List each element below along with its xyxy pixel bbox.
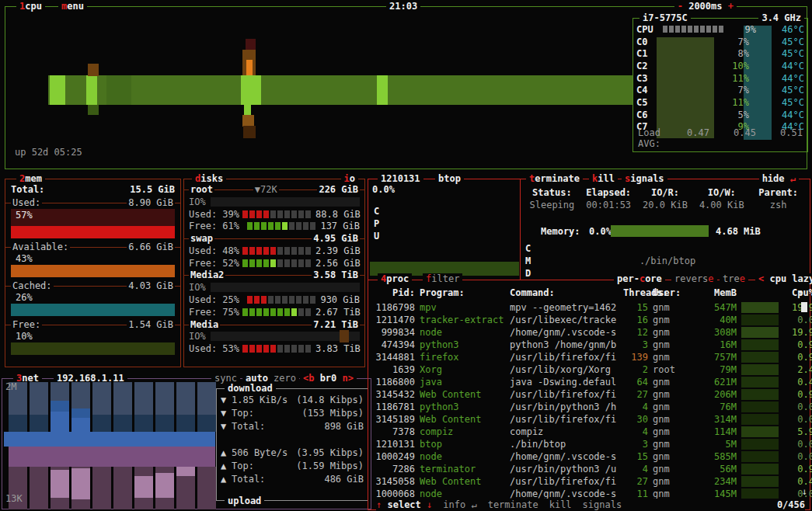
net-download-column [51, 382, 69, 432]
net-download-column [155, 382, 174, 432]
mem-stat-row: Available:6.66 GiB [11, 241, 175, 253]
process-row[interactable]: 1211470tracker-extract/usr/libexec/track… [368, 314, 803, 326]
cpu-mini-graph [741, 476, 779, 487]
mem-pct-label: 43% [11, 253, 175, 265]
cpu-mini-graph [741, 402, 779, 412]
net-graph-strip [9, 447, 215, 467]
disks-panel: disks io root▼72K226 GiBIO%Used: 39%88.8… [183, 179, 365, 367]
disk-meter-row: Used: 25%930 GiB [189, 294, 360, 306]
uptime: up 52d 05:25 [15, 147, 82, 158]
net-zero-toggle[interactable]: zero [270, 373, 299, 384]
mem-free-bar [11, 342, 175, 355]
net-upload-column [113, 467, 132, 509]
process-row[interactable]: 3144881firefox/usr/lib/firefox/fi139gnm7… [368, 351, 803, 363]
disks-io-toggle[interactable]: io [341, 173, 358, 184]
proc-table-header[interactable]: Pid: Program: Command: Threads: User: Me… [368, 287, 803, 299]
mem-pct-label: 26% [11, 292, 175, 304]
per-core-toggle[interactable]: per-core [614, 273, 665, 284]
cpu-mini-graph [741, 464, 779, 474]
hide-button[interactable]: hide ↵ [759, 173, 799, 184]
sort-direction-icon[interactable]: ↑ [798, 287, 803, 298]
process-row[interactable]: 7378compizcompiz4gnm114M5.9 [368, 426, 803, 438]
process-row[interactable]: 1210131btop./bin/btop3gnm5M0.0 [368, 438, 803, 450]
cpu-mini-graph [741, 302, 779, 313]
terminate-footer-button[interactable]: terminate [488, 499, 538, 510]
kill-button[interactable]: kill [589, 173, 618, 184]
scroll-down-icon[interactable]: ↓ [802, 486, 807, 497]
kill-footer-button[interactable]: kill [549, 499, 572, 510]
disk-meter-row: Free: 61%137 GiB [189, 220, 360, 232]
scrollbar-thumb[interactable] [801, 302, 807, 312]
cpu-graph-segment [86, 75, 97, 105]
cpu-model: i7-5775C [639, 12, 691, 23]
mem-stat-row: Free:1.54 GiB [11, 318, 175, 331]
process-row[interactable]: 3145432Web Content/usr/lib/firefox/fi27g… [368, 388, 803, 401]
detail-cpu-letter-c: C [374, 206, 379, 217]
sort-prev-icon[interactable]: < [758, 273, 764, 284]
cpu-graph-segment [48, 75, 633, 105]
detail-cmd-letter-d: D [525, 268, 531, 279]
net-auto-toggle[interactable]: auto [242, 373, 271, 384]
cpu-panel: 1cpu menu 21:03 - 2000ms + up 52d 05:25 … [5, 6, 807, 169]
disk-meter-row: Free: 75%2.67 TiB [189, 306, 360, 318]
detail-cpu-pct: 0.0% [372, 184, 395, 195]
detail-memory-bar [611, 225, 709, 237]
net-download-column [92, 382, 111, 432]
process-row[interactable]: 1186781python3/usr/bin/python3 /h4gnm76M… [368, 401, 803, 413]
mem-cached-bar [11, 304, 175, 316]
cpu-graph-segment [106, 75, 131, 105]
cpu-graph-segment [241, 75, 261, 105]
cpu-graph-segment [246, 60, 253, 76]
load-average: Load AVG: 0.47 0.45 0.51 [638, 127, 803, 149]
cpu-core-row: C311%44°C [633, 72, 807, 85]
disks-panel-title[interactable]: disks [192, 173, 226, 184]
process-row[interactable]: 3145189Web Content/usr/lib/firefox/fi30g… [368, 413, 803, 426]
detail-values: Sleeping00:01:5320.0 KiB4.00 KiBzsh [524, 200, 807, 210]
process-row[interactable]: 7286terminator/usr/bin/python3 /u4gnm56M… [368, 463, 803, 475]
net-upload-column [155, 467, 174, 509]
terminate-button[interactable]: terminate [526, 173, 583, 184]
net-upload-column [71, 467, 90, 509]
net-upload-column [92, 467, 111, 509]
proc-list-title[interactable]: 4proc [378, 273, 412, 284]
cpu-core-row: CPU9%46°C [633, 23, 807, 36]
signals-button[interactable]: signals [622, 173, 667, 184]
process-row[interactable]: 1186800javajava -Dswing.defaul64gnm621M0… [368, 376, 803, 388]
detail-cmd-letter-m: M [525, 255, 531, 266]
cpu-graph-segment [50, 75, 65, 105]
info-button[interactable]: info ↵ [443, 499, 476, 510]
selection-count: 0/456 [777, 499, 805, 510]
disk-meter-row: Used: 48%2.39 GiB [189, 245, 360, 257]
cpu-mini-graph [741, 377, 779, 388]
net-axis-top: 2M [5, 381, 16, 392]
net-interface-switcher[interactable]: <b br0 n> [300, 373, 357, 384]
detail-cpu-letter-u: U [374, 231, 379, 242]
process-row[interactable]: 1639Xorg/usr/lib/xorg/Xorg2root79M2.4 [368, 363, 803, 376]
filter-button[interactable]: filter [423, 273, 462, 284]
selected-process-name: btop [435, 173, 464, 184]
process-row[interactable]: 1000249node/home/gnm/.vscode-s15gnm585M0… [368, 450, 803, 463]
process-row[interactable]: 3145058Web Content/usr/lib/firefox/fi27g… [368, 475, 803, 488]
mem-panel-title[interactable]: 2mem [16, 173, 45, 184]
disk-header-row: swap4.95 GiB [189, 232, 360, 245]
net-info-box: download upload ▼1.85 KiB/s(14.8 Kibps)▼… [216, 388, 368, 501]
signals-footer-button[interactable]: signals [583, 499, 622, 510]
tree-toggle[interactable]: tree [720, 273, 748, 284]
net-upload-column [51, 467, 69, 509]
process-row[interactable]: 1186798mpvmpv --geometry=146215gnm547M19… [368, 301, 803, 314]
net-upload-column [134, 467, 153, 509]
detail-command: ./bin/btop [539, 255, 796, 266]
process-row[interactable]: 999834node/home/gnm/.vscode-s12gnm308M19… [368, 326, 803, 339]
disk-header-row: Media7.21 TiB [189, 318, 360, 331]
process-row[interactable]: 474394python3python3 /home/gnm/b3gnm16M0… [368, 339, 803, 351]
detail-headers: Status:Elapsed:IO/R:IO/W:Parent: [524, 187, 807, 198]
reverse-toggle[interactable]: reverse [671, 273, 717, 284]
detail-memory-value: 4.68 MiB [716, 226, 761, 237]
select-control[interactable]: ↑ select ↓ [376, 499, 432, 510]
cpu-mini-graph [741, 327, 779, 338]
download-title: download [225, 383, 276, 394]
net-download-column [176, 382, 195, 432]
cpu-graph-segment [242, 115, 254, 127]
sort-selector[interactable]: < cpu lazy > [755, 273, 812, 284]
cpu-mini-graph [741, 488, 779, 499]
